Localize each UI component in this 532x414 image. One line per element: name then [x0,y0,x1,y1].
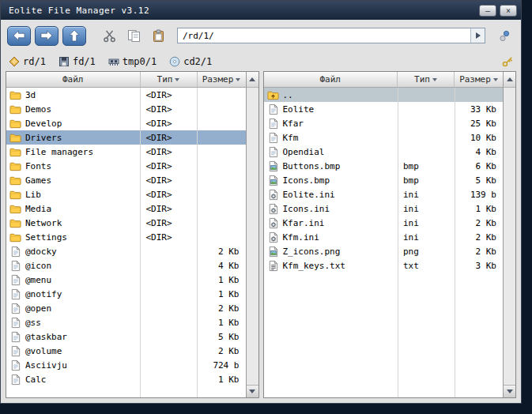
window-title: Eolite File Manager v3.12 [9,6,476,16]
folder-up-icon [267,89,279,101]
file-name-cell: Kfm_keys.txt [264,260,398,272]
column-header-type[interactable]: Тип [397,72,454,87]
file-row[interactable]: Buttons.bmpbmp6 Kb [264,159,504,173]
file-type-cell: txt [397,261,454,271]
scroll-up-button[interactable] [504,72,515,88]
back-button[interactable] [7,26,31,46]
scroll-up-button[interactable] [247,72,258,88]
file-name-cell: @ss [6,317,140,329]
file-row[interactable]: Network<DIR> [6,216,246,230]
file-row[interactable]: Opendial4 Kb [264,145,504,159]
file-row[interactable]: Z_icons.pngpng2 Kb [264,244,504,258]
file-row[interactable]: File managers<DIR> [6,145,246,159]
go-arrow-icon [476,32,481,39]
file-name-label: Media [25,204,51,214]
file-row[interactable]: @menu1 Kb [6,273,246,287]
column-divider [197,88,198,397]
file-row[interactable]: Icons.iniini1 Kb [264,201,504,216]
scroll-down-button[interactable] [247,385,258,397]
column-divider [455,88,455,397]
file-row[interactable]: Eolite33 Kb [264,102,504,116]
go-button[interactable] [470,28,485,43]
file-row[interactable]: Fonts<DIR> [6,159,246,173]
file-type-cell: <DIR> [140,147,197,157]
file-row[interactable]: Games<DIR> [6,173,246,187]
right-scrollbar[interactable] [503,72,515,397]
column-header-file[interactable]: Файл [264,72,398,87]
appearance-button[interactable] [494,25,515,46]
file-icon [9,317,21,329]
path-input[interactable]: /rd/1/ [178,31,470,41]
scroll-down-icon [249,390,255,393]
file-name-label: Kfm_keys.txt [283,261,345,271]
path-bar[interactable]: /rd/1/ [177,28,485,43]
device-label: cd2/1 [183,56,212,67]
file-row[interactable]: @ss1 Kb [6,315,246,329]
file-row[interactable]: Kfar25 Kb [264,116,504,130]
column-header-size[interactable]: Размер [454,72,503,87]
device-fd1[interactable]: fd/1 [58,56,96,67]
close-button[interactable]: × [500,5,517,17]
minimize-button[interactable]: — [479,5,496,17]
file-size-cell: 3 Kb [454,261,503,271]
file-row[interactable]: Kfm_keys.txttxt3 Kb [264,258,504,273]
file-name-label: Kfar [283,119,304,129]
file-row[interactable]: .. [264,88,504,102]
file-icon [9,331,21,343]
column-label-type: Тип [157,74,173,85]
scroll-track[interactable] [247,88,258,385]
left-scrollbar[interactable] [246,72,258,397]
file-row[interactable]: Kfar.iniini2 Kb [264,216,504,230]
file-icon [9,374,21,386]
file-row[interactable]: Eolite.iniini139 b [264,187,504,201]
file-row[interactable]: Settings<DIR> [6,230,246,244]
file-row[interactable]: @notify1 Kb [6,287,246,301]
paste-button[interactable] [148,25,168,46]
file-name-label: Icons.bmp [283,175,330,186]
file-row[interactable]: Media<DIR> [6,201,246,216]
file-row[interactable]: Icons.bmpbmp5 Kb [264,173,504,187]
image-icon [267,175,279,186]
device-tmp01[interactable]: tmp0/1 [108,56,157,67]
file-row[interactable]: Develop<DIR> [6,116,246,130]
sort-desc-icon [432,78,437,81]
titlebar[interactable]: Eolite File Manager v3.12 — × [1,1,521,20]
file-row[interactable]: @open2 Kb [6,301,246,315]
file-name-cell: @taskbar [6,331,140,343]
file-row[interactable]: @docky2 Kb [6,244,246,258]
file-row[interactable]: @volume2 Kb [6,344,246,358]
file-row[interactable]: Lib<DIR> [6,187,246,201]
scroll-track[interactable] [504,88,515,385]
file-name-label: @icon [25,261,51,271]
file-row[interactable]: Asciivju724 b [6,358,246,372]
file-row[interactable]: Kfm10 Kb [264,130,504,145]
folder-icon [9,189,21,201]
file-row[interactable]: Demos<DIR> [6,102,246,116]
file-icon [9,288,21,300]
file-name-label: Calc [25,374,47,385]
device-cd21[interactable]: cd2/1 [169,56,212,67]
ini-icon [267,217,279,229]
file-row[interactable]: 3d<DIR> [6,88,246,102]
copy-button[interactable] [123,25,144,46]
file-row[interactable]: Drivers<DIR> [6,130,246,145]
device-rd1[interactable]: rd/1 [9,56,46,67]
forward-button[interactable] [35,26,58,46]
column-header-size[interactable]: Размер [197,72,246,87]
column-header-type[interactable]: Тип [140,72,197,87]
file-name-cell: Icons.bmp [264,175,398,186]
settings-button[interactable] [502,56,513,67]
file-name-cell: Settings [6,231,140,243]
file-name-cell: @notify [6,288,140,300]
scroll-down-button[interactable] [504,385,515,397]
file-row[interactable]: @icon4 Kb [6,258,246,273]
file-name-cell: Opendial [264,146,398,158]
cut-button[interactable] [99,25,119,46]
file-row[interactable]: Kfm.iniini2 Kb [264,230,504,244]
paste-icon [152,29,165,43]
file-row[interactable]: @taskbar5 Kb [6,329,246,344]
up-button[interactable] [62,26,86,46]
file-name-cell: File managers [6,146,140,158]
file-row[interactable]: Calc1 Kb [6,372,246,386]
column-header-file[interactable]: Файл [6,72,140,87]
